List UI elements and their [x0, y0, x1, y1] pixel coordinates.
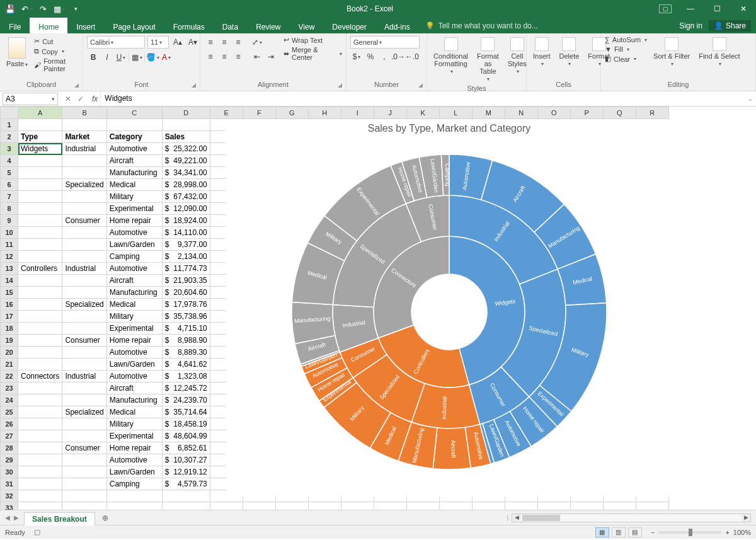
col-header-L[interactable]: L — [439, 107, 472, 119]
cell-C11[interactable]: Lawn/Garden — [106, 239, 162, 251]
close-icon[interactable]: ✕ — [736, 3, 751, 15]
cell-B13[interactable]: Industrial — [62, 263, 106, 275]
tab-view[interactable]: View — [290, 18, 324, 33]
cell-D26[interactable]: $18,458.19 — [162, 418, 210, 430]
cell-A24[interactable] — [18, 394, 62, 406]
sheet-nav-prev-icon[interactable]: ◀ — [5, 514, 10, 521]
tab-file[interactable]: File — [0, 18, 30, 33]
row-header-18[interactable]: 18 — [1, 323, 18, 335]
number-format-combo[interactable]: General — [350, 36, 420, 49]
decrease-decimal-icon[interactable]: ←.0 — [406, 50, 418, 63]
row-header-11[interactable]: 11 — [1, 239, 18, 251]
cell-D23[interactable]: $12,245.72 — [162, 382, 210, 394]
sunburst-chart[interactable]: Sales by Type, Market and Category Widge… — [226, 119, 673, 497]
row-header-4[interactable]: 4 — [1, 155, 18, 167]
percent-format-icon[interactable]: % — [364, 50, 377, 63]
row-header-16[interactable]: 16 — [1, 299, 18, 311]
underline-button[interactable]: U — [115, 51, 127, 64]
qat-undo-icon[interactable]: ↶ — [21, 4, 32, 14]
cell-D22[interactable]: $1,323.08 — [162, 371, 210, 382]
col-header-M[interactable]: M — [472, 107, 505, 119]
increase-decimal-icon[interactable]: .0→ — [392, 50, 404, 63]
cell-D8[interactable]: $12,090.00 — [162, 203, 210, 215]
fx-icon[interactable]: fx — [89, 95, 100, 103]
tab-formulas[interactable]: Formulas — [164, 18, 214, 33]
row-header-28[interactable]: 28 — [1, 442, 18, 454]
tab-review[interactable]: Review — [247, 18, 289, 33]
row-header-33[interactable]: 33 — [1, 502, 18, 510]
cell-C26[interactable]: Military — [106, 418, 162, 430]
font-color-button[interactable]: A — [160, 51, 173, 64]
cell-A30[interactable] — [18, 466, 62, 478]
col-header-I[interactable]: I — [341, 107, 374, 119]
align-top-icon[interactable]: ≡ — [204, 36, 217, 49]
cell-B20[interactable] — [62, 347, 106, 359]
fill-color-button[interactable]: 🪣 — [146, 51, 159, 64]
enter-formula-icon[interactable]: ✓ — [76, 95, 86, 103]
expand-formula-bar-icon[interactable]: ⌄ — [745, 95, 756, 102]
tab-insert[interactable]: Insert — [67, 18, 104, 33]
col-header-J[interactable]: J — [374, 107, 406, 119]
cell-C30[interactable]: Lawn/Garden — [106, 466, 162, 478]
cell-C7[interactable]: Military — [106, 191, 162, 203]
row-header-23[interactable]: 23 — [1, 382, 18, 394]
zoom-out-icon[interactable]: − — [651, 529, 655, 536]
cell-C1[interactable] — [106, 119, 162, 131]
cell-A1[interactable] — [18, 119, 62, 131]
formula-input[interactable]: Widgets — [100, 91, 745, 106]
cell-B26[interactable] — [62, 418, 106, 430]
col-header-A[interactable]: A — [18, 107, 62, 119]
col-header-O[interactable]: O — [537, 107, 570, 119]
cell-C18[interactable]: Experimental — [106, 323, 162, 335]
new-sheet-button[interactable]: ⊕ — [99, 512, 112, 524]
cell-D4[interactable]: $49,221.00 — [162, 155, 210, 167]
cell-B11[interactable] — [62, 239, 106, 251]
cell-D30[interactable]: $12,919.12 — [162, 466, 210, 478]
number-launcher-icon[interactable]: ◢ — [418, 82, 423, 88]
cell-D2[interactable]: Sales — [162, 131, 210, 143]
cell-A15[interactable] — [18, 287, 62, 299]
minimize-icon[interactable]: — — [683, 3, 698, 15]
cell-D10[interactable]: $14,110.00 — [162, 227, 210, 239]
cell-A29[interactable] — [18, 454, 62, 466]
row-header-1[interactable]: 1 — [1, 119, 18, 131]
cell-D12[interactable]: $2,134.00 — [162, 251, 210, 263]
cell-C33[interactable] — [106, 502, 162, 510]
align-middle-icon[interactable]: ≡ — [218, 36, 231, 49]
cell-F33[interactable] — [243, 502, 275, 510]
cell-A21[interactable] — [18, 359, 62, 371]
cell-A6[interactable] — [18, 179, 62, 191]
cell-C27[interactable]: Experimental — [106, 430, 162, 442]
cell-A5[interactable] — [18, 167, 62, 179]
increase-indent-icon[interactable]: ⇥ — [265, 50, 277, 63]
tab-data[interactable]: Data — [214, 18, 247, 33]
cell-A23[interactable] — [18, 382, 62, 394]
font-name-combo[interactable]: Calibri — [87, 36, 145, 49]
col-header-Q[interactable]: Q — [603, 107, 636, 119]
row-header-27[interactable]: 27 — [1, 430, 18, 442]
row-header-20[interactable]: 20 — [1, 347, 18, 359]
cell-D29[interactable]: $10,307.27 — [162, 454, 210, 466]
cell-B27[interactable] — [62, 430, 106, 442]
col-header-H[interactable]: H — [308, 107, 341, 119]
format-painter-button[interactable]: 🖌Format Painter — [34, 57, 79, 72]
page-break-view-icon[interactable]: ▤ — [628, 527, 642, 537]
alignment-launcher-icon[interactable]: ◢ — [338, 82, 342, 88]
cell-A28[interactable] — [18, 442, 62, 454]
cell-C22[interactable]: Automotive — [106, 371, 162, 382]
find-select-button[interactable]: Find & Select — [696, 36, 742, 68]
tab-addins[interactable]: Add-ins — [375, 18, 419, 33]
col-header-B[interactable]: B — [62, 107, 106, 119]
qat-save-icon[interactable]: 💾 — [5, 4, 15, 14]
zoom-slider[interactable] — [658, 531, 721, 534]
row-header-8[interactable]: 8 — [1, 203, 18, 215]
cell-D18[interactable]: $4,715.10 — [162, 323, 210, 335]
cell-A4[interactable] — [18, 155, 62, 167]
cell-B32[interactable] — [62, 490, 106, 502]
cell-C19[interactable]: Home repair — [106, 335, 162, 347]
cell-B9[interactable]: Consumer — [62, 215, 106, 227]
cell-B10[interactable] — [62, 227, 106, 239]
autosum-button[interactable]: ∑AutoSum — [605, 36, 647, 43]
cell-B15[interactable] — [62, 287, 106, 299]
cell-H33[interactable] — [308, 502, 341, 510]
